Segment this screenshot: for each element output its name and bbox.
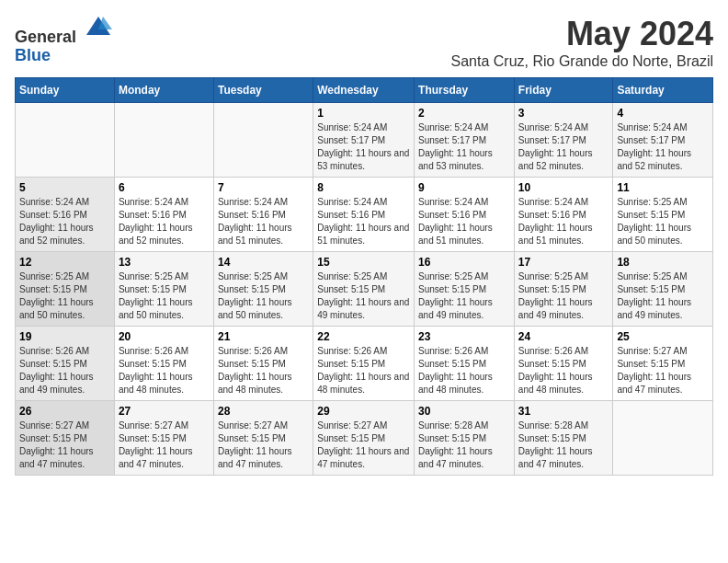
calendar-cell: 18Sunrise: 5:25 AM Sunset: 5:15 PM Dayli… (613, 252, 713, 327)
day-number: 9 (418, 181, 510, 194)
logo-blue: Blue (15, 46, 51, 64)
day-number: 26 (19, 405, 110, 418)
day-number: 30 (418, 405, 510, 418)
day-number: 19 (19, 330, 110, 343)
day-number: 24 (518, 330, 609, 343)
day-info: Sunrise: 5:26 AM Sunset: 5:15 PM Dayligh… (317, 345, 410, 396)
day-number: 7 (218, 181, 309, 194)
day-number: 10 (518, 181, 609, 194)
calendar-cell: 13Sunrise: 5:25 AM Sunset: 5:15 PM Dayli… (114, 252, 213, 327)
day-info: Sunrise: 5:27 AM Sunset: 5:15 PM Dayligh… (119, 419, 210, 471)
day-info: Sunrise: 5:24 AM Sunset: 5:16 PM Dayligh… (518, 196, 609, 247)
day-info: Sunrise: 5:24 AM Sunset: 5:16 PM Dayligh… (19, 196, 110, 247)
day-info: Sunrise: 5:26 AM Sunset: 5:15 PM Dayligh… (19, 345, 110, 396)
day-number: 11 (617, 181, 709, 194)
title-block: May 2024 Santa Cruz, Rio Grande do Norte… (451, 15, 713, 70)
day-info: Sunrise: 5:26 AM Sunset: 5:15 PM Dayligh… (218, 345, 309, 396)
calendar-cell (16, 103, 115, 178)
day-info: Sunrise: 5:26 AM Sunset: 5:15 PM Dayligh… (119, 345, 210, 396)
logo-icon (85, 15, 112, 42)
day-number: 17 (518, 256, 609, 269)
calendar-cell: 2Sunrise: 5:24 AM Sunset: 5:17 PM Daylig… (415, 103, 515, 178)
day-number: 13 (119, 256, 210, 269)
calendar-cell: 25Sunrise: 5:27 AM Sunset: 5:15 PM Dayli… (613, 327, 713, 401)
day-info: Sunrise: 5:25 AM Sunset: 5:15 PM Dayligh… (317, 270, 410, 322)
day-info: Sunrise: 5:28 AM Sunset: 5:15 PM Dayligh… (518, 419, 609, 471)
day-info: Sunrise: 5:25 AM Sunset: 5:15 PM Dayligh… (518, 270, 609, 322)
day-number: 3 (518, 107, 609, 120)
calendar-cell: 30Sunrise: 5:28 AM Sunset: 5:15 PM Dayli… (415, 401, 515, 476)
calendar-cell (613, 401, 713, 476)
month-title: May 2024 (451, 15, 713, 53)
calendar-cell: 19Sunrise: 5:26 AM Sunset: 5:15 PM Dayli… (16, 327, 115, 401)
day-info: Sunrise: 5:26 AM Sunset: 5:15 PM Dayligh… (418, 345, 510, 396)
day-info: Sunrise: 5:25 AM Sunset: 5:15 PM Dayligh… (119, 270, 210, 322)
day-info: Sunrise: 5:25 AM Sunset: 5:15 PM Dayligh… (617, 270, 709, 322)
calendar-cell (114, 103, 213, 178)
day-number: 12 (19, 256, 110, 269)
calendar-cell: 31Sunrise: 5:28 AM Sunset: 5:15 PM Dayli… (514, 401, 613, 476)
calendar-cell: 20Sunrise: 5:26 AM Sunset: 5:15 PM Dayli… (114, 327, 213, 401)
calendar-cell: 22Sunrise: 5:26 AM Sunset: 5:15 PM Dayli… (313, 327, 415, 401)
calendar-cell: 28Sunrise: 5:27 AM Sunset: 5:15 PM Dayli… (213, 401, 313, 476)
day-info: Sunrise: 5:24 AM Sunset: 5:16 PM Dayligh… (317, 196, 410, 247)
calendar-cell: 27Sunrise: 5:27 AM Sunset: 5:15 PM Dayli… (114, 401, 213, 476)
calendar-cell: 3Sunrise: 5:24 AM Sunset: 5:17 PM Daylig… (514, 103, 613, 178)
calendar-cell: 17Sunrise: 5:25 AM Sunset: 5:15 PM Dayli… (514, 252, 613, 327)
day-info: Sunrise: 5:25 AM Sunset: 5:15 PM Dayligh… (218, 270, 309, 322)
day-info: Sunrise: 5:27 AM Sunset: 5:15 PM Dayligh… (218, 419, 309, 471)
calendar-cell: 21Sunrise: 5:26 AM Sunset: 5:15 PM Dayli… (213, 327, 313, 401)
location-title: Santa Cruz, Rio Grande do Norte, Brazil (451, 53, 713, 70)
day-number: 23 (418, 330, 510, 343)
calendar-cell: 12Sunrise: 5:25 AM Sunset: 5:15 PM Dayli… (16, 252, 115, 327)
day-info: Sunrise: 5:25 AM Sunset: 5:15 PM Dayligh… (19, 270, 110, 322)
calendar-cell: 1Sunrise: 5:24 AM Sunset: 5:17 PM Daylig… (313, 103, 415, 178)
day-info: Sunrise: 5:27 AM Sunset: 5:15 PM Dayligh… (19, 419, 110, 471)
logo: General Blue (15, 15, 112, 65)
weekday-header: Saturday (613, 78, 713, 103)
day-number: 29 (317, 405, 410, 418)
day-number: 27 (119, 405, 210, 418)
calendar-cell: 7Sunrise: 5:24 AM Sunset: 5:16 PM Daylig… (213, 178, 313, 252)
calendar-cell: 8Sunrise: 5:24 AM Sunset: 5:16 PM Daylig… (313, 178, 415, 252)
calendar-cell: 11Sunrise: 5:25 AM Sunset: 5:15 PM Dayli… (613, 178, 713, 252)
logo-general: General (15, 28, 76, 46)
weekday-header: Friday (514, 78, 613, 103)
day-number: 8 (317, 181, 410, 194)
calendar-cell: 16Sunrise: 5:25 AM Sunset: 5:15 PM Dayli… (415, 252, 515, 327)
day-info: Sunrise: 5:27 AM Sunset: 5:15 PM Dayligh… (317, 419, 410, 471)
day-number: 5 (19, 181, 110, 194)
weekday-header: Wednesday (313, 78, 415, 103)
day-number: 20 (119, 330, 210, 343)
calendar-cell: 5Sunrise: 5:24 AM Sunset: 5:16 PM Daylig… (16, 178, 115, 252)
day-number: 14 (218, 256, 309, 269)
day-number: 2 (418, 107, 510, 120)
day-info: Sunrise: 5:26 AM Sunset: 5:15 PM Dayligh… (518, 345, 609, 396)
day-info: Sunrise: 5:24 AM Sunset: 5:16 PM Dayligh… (418, 196, 510, 247)
calendar-cell: 4Sunrise: 5:24 AM Sunset: 5:17 PM Daylig… (613, 103, 713, 178)
weekday-header: Monday (114, 78, 213, 103)
day-number: 6 (119, 181, 210, 194)
day-info: Sunrise: 5:24 AM Sunset: 5:17 PM Dayligh… (317, 121, 410, 173)
calendar-cell: 24Sunrise: 5:26 AM Sunset: 5:15 PM Dayli… (514, 327, 613, 401)
calendar-cell: 23Sunrise: 5:26 AM Sunset: 5:15 PM Dayli… (415, 327, 515, 401)
day-info: Sunrise: 5:24 AM Sunset: 5:16 PM Dayligh… (218, 196, 309, 247)
day-info: Sunrise: 5:25 AM Sunset: 5:15 PM Dayligh… (418, 270, 510, 322)
calendar-table: SundayMondayTuesdayWednesdayThursdayFrid… (15, 77, 713, 476)
calendar-cell: 9Sunrise: 5:24 AM Sunset: 5:16 PM Daylig… (415, 178, 515, 252)
day-number: 18 (617, 256, 709, 269)
day-info: Sunrise: 5:24 AM Sunset: 5:17 PM Dayligh… (418, 121, 510, 173)
day-info: Sunrise: 5:28 AM Sunset: 5:15 PM Dayligh… (418, 419, 510, 471)
day-number: 25 (617, 330, 709, 343)
day-info: Sunrise: 5:24 AM Sunset: 5:17 PM Dayligh… (617, 121, 709, 173)
day-number: 21 (218, 330, 309, 343)
day-number: 31 (518, 405, 609, 418)
day-number: 4 (617, 107, 709, 120)
weekday-header: Tuesday (213, 78, 313, 103)
weekday-header: Sunday (16, 78, 115, 103)
calendar-cell: 14Sunrise: 5:25 AM Sunset: 5:15 PM Dayli… (213, 252, 313, 327)
day-info: Sunrise: 5:27 AM Sunset: 5:15 PM Dayligh… (617, 345, 709, 396)
day-info: Sunrise: 5:24 AM Sunset: 5:17 PM Dayligh… (518, 121, 609, 173)
day-info: Sunrise: 5:24 AM Sunset: 5:16 PM Dayligh… (119, 196, 210, 247)
calendar-cell: 15Sunrise: 5:25 AM Sunset: 5:15 PM Dayli… (313, 252, 415, 327)
